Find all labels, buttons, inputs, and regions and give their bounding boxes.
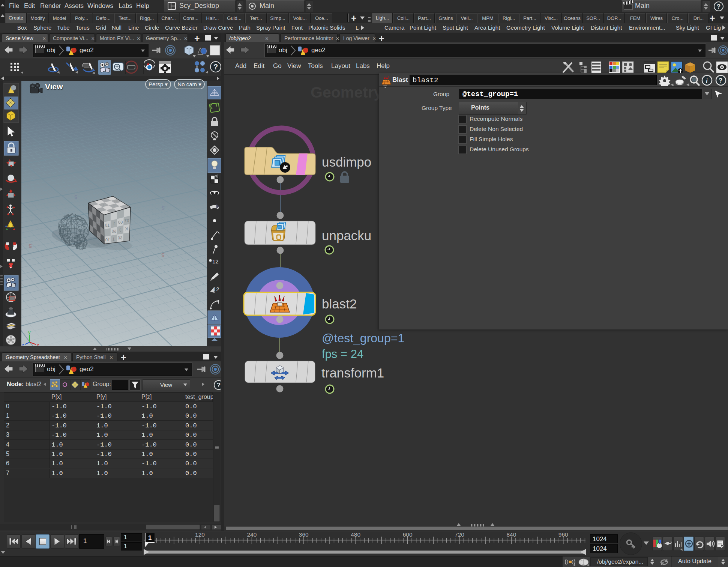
svg-text:480: 480 bbox=[351, 531, 360, 538]
svg-text:240: 240 bbox=[247, 531, 257, 538]
svg-text:blast2: blast2 bbox=[322, 296, 357, 311]
svg-text:unpacku: unpacku bbox=[322, 228, 371, 243]
svg-text:z: z bbox=[22, 342, 24, 346]
svg-text:12: 12 bbox=[212, 258, 219, 265]
svg-text:360: 360 bbox=[299, 531, 309, 538]
svg-text:840: 840 bbox=[506, 531, 516, 538]
svg-text:x: x bbox=[37, 342, 39, 346]
svg-text:720: 720 bbox=[455, 531, 464, 538]
svg-text:usdimpo: usdimpo bbox=[322, 155, 371, 169]
svg-text:960: 960 bbox=[558, 531, 568, 538]
svg-text:transform1: transform1 bbox=[321, 365, 384, 380]
svg-text:120: 120 bbox=[195, 531, 205, 538]
svg-text:fps = 24: fps = 24 bbox=[322, 347, 363, 361]
svg-text:600: 600 bbox=[403, 531, 413, 538]
svg-text:?: ? bbox=[719, 77, 722, 84]
svg-text:Geometry: Geometry bbox=[311, 84, 383, 101]
svg-text:y: y bbox=[28, 329, 31, 335]
svg-text:@test_group=1: @test_group=1 bbox=[322, 331, 404, 345]
svg-text:i: i bbox=[706, 77, 708, 84]
